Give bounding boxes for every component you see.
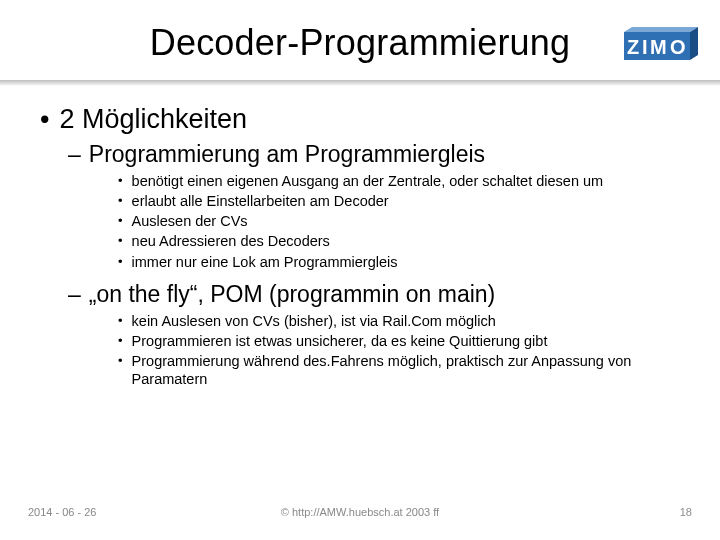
dot-icon: • [118,193,123,211]
bullet-level3: •kein Auslesen von CVs (bisher), ist via… [118,312,686,330]
svg-marker-0 [624,27,698,32]
bullet-level2-section2: – „on the fly“, POM (programmin on main) [68,281,686,308]
section1-item-1: erlaubt alle Einstellarbeiten am Decoder [132,192,686,210]
section2-item-0: kein Auslesen von CVs (bisher), ist via … [132,312,686,330]
section1-item-0: benötigt einen eigenen Ausgang an der Ze… [132,172,686,190]
bullet-level3: •erlaubt alle Einstellarbeiten am Decode… [118,192,686,210]
svg-marker-2 [690,27,698,60]
content-area: •2 Möglichkeiten – Programmierung am Pro… [40,104,686,389]
section1-heading: Programmierung am Programmiergleis [89,141,485,168]
bullet-level3: •benötigt einen eigenen Ausgang an der Z… [118,172,686,190]
dot-icon: • [118,254,123,272]
horizontal-divider [0,80,720,86]
bullet-level3: •immer nur eine Lok am Programmiergleis [118,253,686,271]
zimo-logo-icon: Z I M O [620,26,702,66]
footer-copyright: © http://AMW.huebsch.at 2003 ff [0,506,720,518]
bullet-level3: •Auslesen der CVs [118,212,686,230]
slide: Decoder-Programmierung Z I M O •2 Möglic… [0,0,720,540]
dot-icon: • [118,313,123,331]
bullet-level3: •Programmierung während des.Fahrens mögl… [118,352,686,388]
dash-icon: – [68,281,81,308]
slide-title: Decoder-Programmierung [0,22,720,64]
svg-text:M: M [650,36,667,58]
section2-item-2: Programmierung während des.Fahrens mögli… [132,352,686,388]
lvl1-text: 2 Möglichkeiten [59,104,247,134]
section2-item-1: Programmieren ist etwas unsicherer, da e… [132,332,686,350]
dot-icon: • [118,213,123,231]
bullet-dot-icon: • [40,104,49,134]
brand-logo: Z I M O [620,26,702,66]
title-row: Decoder-Programmierung Z I M O [0,0,720,90]
bullet-level3: • Programmieren ist etwas unsicherer, da… [118,332,686,350]
dot-icon: • [118,333,123,351]
bullet-level1: •2 Möglichkeiten [40,104,686,135]
dot-icon: • [118,233,123,251]
svg-text:Z: Z [627,36,639,58]
dot-icon: • [118,353,123,389]
footer: 2014 - 06 - 26 © http://AMW.huebsch.at 2… [0,506,720,526]
dot-icon: • [118,173,123,191]
bullet-level3: •neu Adressieren des Decoders [118,232,686,250]
bullet-level2-section1: – Programmierung am Programmiergleis [68,141,686,168]
dash-icon: – [68,141,81,168]
section1-item-2: Auslesen der CVs [132,212,686,230]
section2-heading: „on the fly“, POM (programmin on main) [89,281,495,308]
svg-text:O: O [670,36,686,58]
section1-item-3: neu Adressieren des Decoders [132,232,686,250]
section1-item-4: immer nur eine Lok am Programmiergleis [132,253,686,271]
svg-text:I: I [642,36,648,58]
footer-page-number: 18 [680,506,692,518]
